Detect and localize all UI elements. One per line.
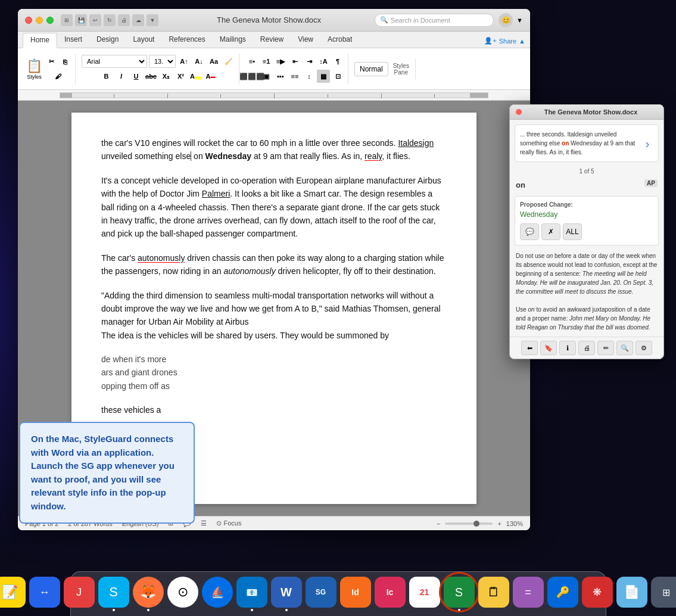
copy-button[interactable]: ⎘ bbox=[58, 55, 71, 69]
strikethrough-button[interactable]: abc bbox=[145, 70, 158, 83]
dock-item-notes[interactable]: 📝 bbox=[0, 577, 26, 608]
list-view-icon[interactable]: ☰ bbox=[201, 519, 207, 527]
sg-prev-button[interactable]: ⬅ bbox=[521, 341, 538, 355]
redo-icon[interactable]: ↻ bbox=[104, 14, 116, 26]
sg-close-button[interactable] bbox=[516, 109, 522, 115]
save-icon[interactable]: 💾 bbox=[75, 14, 87, 26]
font-color-button[interactable]: A▬ bbox=[204, 70, 217, 83]
dock-item-firefox[interactable]: 🦊 bbox=[133, 577, 164, 608]
align-center-button[interactable]: ▣ bbox=[260, 70, 273, 83]
tab-layout[interactable]: Layout bbox=[126, 33, 161, 48]
tab-home[interactable]: Home bbox=[23, 33, 57, 48]
tab-design[interactable]: Design bbox=[89, 33, 126, 48]
dock-item-jamf[interactable]: J bbox=[64, 577, 95, 608]
search-bar[interactable]: 🔍 Search in Document bbox=[375, 14, 494, 27]
dock-item-chrome[interactable]: ⊙ bbox=[167, 577, 198, 608]
dock-item-skype[interactable]: S bbox=[98, 577, 129, 608]
align-right-button[interactable]: ▪▪▪ bbox=[274, 70, 287, 83]
sg-title-bar: The Geneva Motor Show.docx bbox=[510, 105, 663, 120]
bold-button[interactable]: B bbox=[100, 70, 113, 83]
undo-icon[interactable]: ↩ bbox=[89, 14, 101, 26]
subscript-button[interactable]: X₂ bbox=[160, 70, 173, 83]
autonomusly-typo: autonomusly bbox=[138, 253, 185, 263]
sg-search-button[interactable]: 🔍 bbox=[616, 341, 633, 355]
increase-font-size-button[interactable]: A↑ bbox=[177, 55, 191, 68]
show-formatting-button[interactable]: ¶ bbox=[331, 55, 344, 68]
maximize-button[interactable] bbox=[46, 17, 54, 24]
focus-mode[interactable]: ⊙ Focus bbox=[216, 519, 241, 527]
dock-item-outlook[interactable]: 📧 bbox=[236, 577, 267, 608]
sg-info-button[interactable]: ℹ bbox=[559, 341, 576, 355]
sg-nav-arrow[interactable]: › bbox=[641, 130, 653, 157]
print-icon[interactable]: 🖨 bbox=[118, 14, 130, 26]
change-case-button[interactable]: Aa bbox=[207, 55, 220, 68]
minimize-button[interactable] bbox=[36, 17, 43, 24]
multilevel-list-button[interactable]: ≡▶ bbox=[274, 55, 287, 68]
paste-button[interactable]: 📋 Styles bbox=[26, 58, 42, 80]
sg-accept-all-button[interactable]: ALL bbox=[563, 223, 582, 240]
shading-button[interactable]: ▩ bbox=[317, 70, 330, 83]
text-highlight-color-button[interactable]: A▬ bbox=[189, 70, 203, 83]
dock-item-lastpass[interactable]: ❋ bbox=[582, 577, 613, 608]
dock-item-teamviewer[interactable]: ↔ bbox=[29, 577, 60, 608]
zoom-slider[interactable] bbox=[445, 522, 493, 525]
tab-references[interactable]: References bbox=[161, 33, 212, 48]
dock-item-styleguard[interactable]: SG bbox=[306, 577, 337, 608]
sg-bookmark-button[interactable]: 🔖 bbox=[540, 341, 557, 355]
dock-item-incopy[interactable]: Ic bbox=[375, 577, 406, 608]
sg-reject-button[interactable]: ✗ bbox=[541, 223, 560, 240]
sg-print-button[interactable]: 🖨 bbox=[578, 341, 595, 355]
sg-edit-button[interactable]: ✏ bbox=[597, 341, 614, 355]
wednesday-text: Wednesday bbox=[205, 151, 252, 161]
styles-pane-button[interactable]: Styles Pane bbox=[391, 60, 412, 78]
tab-view[interactable]: View bbox=[291, 33, 320, 48]
font-name-selector[interactable]: Arial bbox=[82, 55, 147, 68]
sidebar-toggle-icon[interactable]: ⊞ bbox=[61, 14, 73, 26]
dock-item-notefile[interactable]: 🗒 bbox=[478, 577, 509, 608]
dock-item-sg2[interactable]: S bbox=[444, 577, 475, 608]
sg-settings-button[interactable]: ⚙ bbox=[635, 341, 652, 355]
borders-button[interactable]: ⊡ bbox=[331, 70, 344, 83]
format-painter-button[interactable]: 🖌 bbox=[45, 70, 71, 83]
dock-item-safari[interactable]: ⛵ bbox=[202, 577, 233, 608]
sg-highlighted-word: on bbox=[562, 140, 569, 147]
close-button[interactable] bbox=[25, 17, 32, 24]
styles-selector[interactable]: Normal bbox=[354, 62, 388, 76]
tab-acrobat[interactable]: Acrobat bbox=[320, 33, 359, 48]
sort-button[interactable]: ↕A bbox=[317, 55, 330, 68]
sg-accept-button[interactable]: 💬 bbox=[520, 223, 539, 240]
font-size-selector[interactable]: 13.5 bbox=[149, 55, 176, 68]
align-left-button[interactable]: ⬛⬛⬛ bbox=[245, 70, 258, 83]
increase-indent-button[interactable]: ⇥ bbox=[303, 55, 316, 68]
tab-insert[interactable]: Insert bbox=[57, 33, 89, 48]
tools-icon[interactable]: ▼ bbox=[147, 14, 158, 26]
dock-item-finder[interactable]: 📄 bbox=[616, 577, 647, 608]
line-spacing-button[interactable]: ↕ bbox=[303, 70, 316, 83]
dock-item-indesign[interactable]: Id bbox=[340, 577, 371, 608]
numbering-button[interactable]: ≡1 bbox=[260, 55, 273, 68]
tab-mailings[interactable]: Mailings bbox=[213, 33, 253, 48]
decrease-indent-button[interactable]: ⇤ bbox=[288, 55, 301, 68]
dock-item-desktop[interactable]: ⊞ bbox=[651, 577, 677, 608]
tab-review[interactable]: Review bbox=[253, 33, 291, 48]
zoom-out-button[interactable]: − bbox=[437, 520, 440, 527]
zoom-in-button[interactable]: + bbox=[497, 520, 501, 527]
dock-item-calendar[interactable]: 21 bbox=[409, 577, 440, 608]
dock-item-calculator[interactable]: = bbox=[513, 577, 544, 608]
bullets-button[interactable]: ≡• bbox=[245, 55, 258, 68]
decrease-font-size-button[interactable]: A↓ bbox=[192, 55, 205, 68]
user-avatar[interactable]: 😊 bbox=[499, 13, 513, 27]
sg-explanation-text: Do not use on before a date or day of th… bbox=[510, 248, 663, 337]
clear-formatting-button[interactable]: 🧹 bbox=[222, 55, 235, 68]
justify-button[interactable]: ≡≡ bbox=[288, 70, 301, 83]
share-button[interactable]: 👤+ Share ▲ bbox=[484, 37, 525, 48]
styles-group: Normal Styles Pane bbox=[351, 59, 416, 79]
underline-button[interactable]: U bbox=[130, 70, 143, 83]
italic-button[interactable]: I bbox=[115, 70, 128, 83]
clipboard-group: 📋 Styles ✂ ⎘ 🖌 bbox=[23, 54, 76, 84]
superscript-button[interactable]: X² bbox=[175, 70, 188, 83]
dock-item-word[interactable]: W bbox=[271, 577, 302, 608]
cloud-icon[interactable]: ☁ bbox=[132, 14, 144, 26]
cut-button[interactable]: ✂ bbox=[45, 55, 58, 69]
dock-item-1password[interactable]: 🔑 bbox=[547, 577, 578, 608]
